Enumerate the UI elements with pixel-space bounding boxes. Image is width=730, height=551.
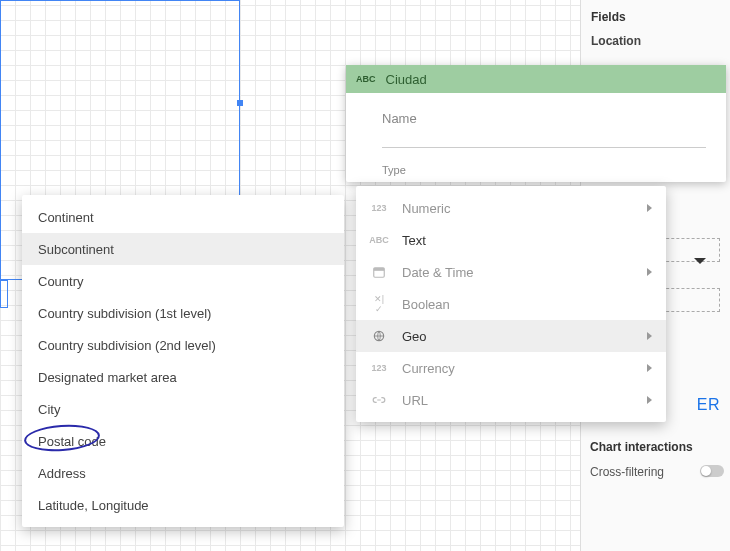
chart-interactions-heading: Chart interactions [590, 440, 693, 454]
type-option-label: Text [402, 233, 652, 248]
selection-outline-2[interactable] [0, 280, 8, 308]
cross-filtering-toggle[interactable] [700, 465, 724, 477]
calendar-icon [372, 265, 386, 279]
geo-option-latitude-longitude[interactable]: Latitude, Longitude [22, 489, 344, 521]
field-editor-popup: ABC Ciudad Name Type [346, 65, 726, 182]
geo-option-country-subdivision-nd-level-[interactable]: Country subdivision (2nd level) [22, 329, 344, 361]
type-option-text[interactable]: ABCText [356, 224, 666, 256]
link-icon [372, 393, 386, 407]
type-option-boolean[interactable]: ✕|✓Boolean [356, 288, 666, 320]
field-name-display: Ciudad [386, 72, 427, 87]
chevron-right-icon [647, 204, 652, 212]
geo-submenu: ContinentSubcontinentCountryCountry subd… [22, 195, 344, 527]
type-option-icon: 123 [370, 203, 388, 213]
geo-option-country[interactable]: Country [22, 265, 344, 297]
chevron-right-icon [647, 396, 652, 404]
geo-option-country-subdivision-st-level-[interactable]: Country subdivision (1st level) [22, 297, 344, 329]
text-type-icon: ABC [356, 74, 376, 84]
type-select-label: Type [382, 164, 706, 176]
type-option-label: Numeric [402, 201, 633, 216]
field-editor-header: ABC Ciudad [346, 65, 726, 93]
cross-filtering-label: Cross-filtering [590, 465, 664, 479]
type-dropdown-menu: 123NumericABCTextDate & Time✕|✓BooleanGe… [356, 186, 666, 422]
type-option-icon: ABC [370, 235, 388, 245]
type-option-numeric[interactable]: 123Numeric [356, 192, 666, 224]
type-option-currency[interactable]: 123Currency [356, 352, 666, 384]
svg-rect-1 [374, 268, 385, 271]
globe-icon [372, 329, 386, 343]
type-option-icon: 123 [370, 363, 388, 373]
geo-option-city[interactable]: City [22, 393, 344, 425]
filter-link[interactable]: ER [697, 396, 720, 414]
chevron-right-icon [647, 332, 652, 340]
chevron-right-icon [647, 268, 652, 276]
geo-option-continent[interactable]: Continent [22, 201, 344, 233]
geo-option-address[interactable]: Address [22, 457, 344, 489]
type-option-label: Currency [402, 361, 633, 376]
chevron-right-icon [647, 364, 652, 372]
type-option-icon [370, 265, 388, 279]
type-option-label: Geo [402, 329, 633, 344]
name-input[interactable] [382, 126, 706, 148]
type-option-url[interactable]: URL [356, 384, 666, 416]
name-input-label: Name [382, 111, 706, 126]
geo-option-subcontinent[interactable]: Subcontinent [22, 233, 344, 265]
type-option-date-time[interactable]: Date & Time [356, 256, 666, 288]
type-option-label: Date & Time [402, 265, 633, 280]
type-option-icon [370, 393, 388, 407]
type-option-icon [370, 329, 388, 343]
resize-handle-e[interactable] [237, 100, 243, 106]
location-heading: Location [591, 34, 720, 48]
type-option-label: Boolean [402, 297, 652, 312]
chevron-down-icon [694, 258, 706, 264]
geo-option-designated-market-area[interactable]: Designated market area [22, 361, 344, 393]
geo-option-postal-code[interactable]: Postal code [22, 425, 344, 457]
type-option-icon: ✕|✓ [370, 294, 388, 314]
type-option-geo[interactable]: Geo [356, 320, 666, 352]
type-select-caret[interactable] [694, 250, 706, 268]
type-option-label: URL [402, 393, 633, 408]
fields-heading: Fields [591, 10, 720, 24]
